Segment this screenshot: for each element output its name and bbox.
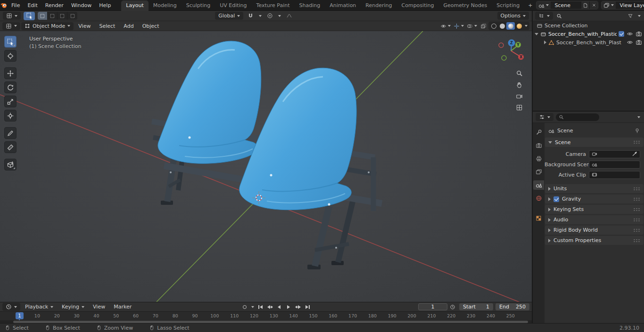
workspace-tab-sculpting[interactable]: Sculpting	[182, 0, 215, 11]
add-workspace-button[interactable]: +	[524, 0, 536, 11]
timeline-editor-type-button[interactable]	[2, 303, 20, 311]
play-reverse-button[interactable]	[275, 303, 283, 310]
panel-rigid-body-world[interactable]: Rigid Body World	[545, 226, 644, 235]
scene-new-button[interactable]	[581, 1, 589, 9]
workspace-tab-rendering[interactable]: Rendering	[361, 0, 396, 11]
scene-browse-button[interactable]	[537, 1, 551, 9]
tab-tool[interactable]	[533, 128, 544, 137]
outliner-filter-caret[interactable]	[636, 12, 642, 20]
disable-in-render-toggle[interactable]	[636, 39, 642, 46]
axis-neg-x-ball[interactable]	[499, 43, 504, 48]
eyedropper-icon[interactable]	[632, 151, 637, 157]
panel-gravity[interactable]: Gravity	[545, 194, 644, 203]
perspective-toggle-icon[interactable]	[514, 102, 524, 113]
workspace-tab-shading[interactable]: Shading	[295, 0, 325, 11]
menu-object-3d[interactable]: Object	[139, 21, 163, 31]
menu-window[interactable]: Window	[67, 0, 95, 10]
shading-options-button[interactable]	[523, 22, 528, 30]
timeline-ruler[interactable]: 10 20 30 40 50 60 70 80 90 100 110 120 1…	[0, 312, 532, 320]
view-layer-name[interactable]: View Layer	[616, 2, 644, 8]
menu-add-3d[interactable]: Add	[120, 21, 137, 31]
outliner-row-object[interactable]: Soccer_Bench_with_Plast	[533, 38, 644, 47]
shading-wireframe-button[interactable]	[489, 22, 498, 30]
pan-view-icon[interactable]	[514, 80, 524, 90]
workspace-tab-compositing[interactable]: Compositing	[397, 0, 439, 11]
current-frame-field[interactable]: 1	[418, 303, 447, 310]
end-frame-field[interactable]: End 250	[495, 303, 529, 310]
panel-grip[interactable]	[633, 140, 640, 144]
properties-editor-type-button[interactable]	[536, 113, 553, 121]
workspace-tab-layout[interactable]: Layout	[121, 0, 148, 11]
editor-type-button[interactable]	[3, 12, 21, 20]
transform-orientation-dropdown[interactable]: Global	[215, 12, 243, 20]
playhead[interactable]: 1	[16, 312, 24, 319]
disable-in-render-toggle[interactable]	[636, 31, 642, 37]
properties-options-caret[interactable]	[636, 113, 641, 121]
falloff-icon[interactable]	[285, 12, 293, 20]
expand-icon[interactable]	[535, 33, 538, 35]
select-mode-extend-button[interactable]	[48, 12, 58, 20]
shading-solid-button[interactable]	[498, 22, 506, 30]
tab-world[interactable]	[533, 194, 544, 203]
menu-keying[interactable]: Keying	[58, 304, 88, 310]
panel-grip[interactable]	[633, 197, 640, 201]
snap-options-button[interactable]	[257, 12, 263, 20]
next-keyframe-button[interactable]	[294, 303, 302, 310]
axis-neg-y-ball[interactable]	[502, 56, 506, 60]
tab-object[interactable]	[533, 213, 544, 223]
panel-custom-properties[interactable]: Custom Properties	[545, 236, 644, 245]
outliner-search-icon[interactable]	[555, 12, 563, 20]
panel-grip[interactable]	[633, 239, 640, 243]
keying-options-button[interactable]	[250, 303, 255, 311]
tab-render[interactable]	[533, 141, 544, 150]
panel-scene-header[interactable]: Scene	[545, 138, 644, 147]
menu-render[interactable]: Render	[41, 0, 67, 10]
play-button[interactable]	[284, 303, 293, 310]
active-tool-button[interactable]	[24, 12, 35, 20]
show-overlays-toggle[interactable]	[466, 22, 478, 30]
panel-grip[interactable]	[633, 228, 640, 232]
tab-view-layer[interactable]	[533, 167, 544, 177]
panel-grip[interactable]	[633, 187, 640, 191]
tool-cursor[interactable]	[4, 50, 17, 62]
chair-left[interactable]	[158, 41, 261, 163]
prev-keyframe-button[interactable]	[265, 303, 274, 310]
jump-to-start-button[interactable]	[256, 303, 264, 310]
collection-checkbox[interactable]	[619, 31, 624, 37]
snap-toggle[interactable]	[246, 12, 255, 20]
mode-dropdown[interactable]: Object Mode	[21, 22, 74, 30]
tool-select-box[interactable]	[4, 36, 17, 48]
background-scene-field[interactable]	[589, 161, 640, 169]
active-clip-field[interactable]	[589, 171, 640, 179]
properties-search-input[interactable]	[556, 113, 599, 121]
navigation-gizmo[interactable]: Z Y X	[497, 37, 525, 65]
menu-view-timeline[interactable]: View	[89, 302, 109, 312]
proportional-editing-toggle[interactable]	[265, 12, 274, 20]
preview-range-toggle[interactable]	[448, 303, 457, 311]
tool-transform[interactable]	[4, 110, 17, 121]
select-mode-new-button[interactable]	[38, 12, 48, 20]
start-frame-field[interactable]: Start 1	[459, 303, 493, 310]
panel-grip[interactable]	[633, 218, 640, 222]
collapse-icon[interactable]	[544, 40, 546, 44]
workspace-tab-scripting[interactable]: Scripting	[492, 0, 524, 11]
scene-unlink-button[interactable]	[589, 1, 598, 9]
outliner-row-scene-collection[interactable]: Scene Collection	[533, 21, 644, 30]
panel-units[interactable]: Units	[545, 184, 644, 193]
camera-field[interactable]	[589, 150, 640, 158]
panel-audio[interactable]: Audio	[545, 215, 644, 224]
menu-file[interactable]: File	[8, 0, 24, 10]
zoom-view-icon[interactable]	[514, 68, 524, 78]
viewport-3d[interactable]: User Perspective (1) Scene Collection Z …	[0, 31, 532, 302]
panel-keying-sets[interactable]: Keying Sets	[545, 205, 644, 214]
menu-edit[interactable]: Edit	[24, 0, 41, 10]
workspace-tab-geometry-nodes[interactable]: Geometry Nodes	[438, 0, 492, 11]
outliner-filter-button[interactable]	[626, 12, 635, 20]
select-mode-subtract-button[interactable]	[58, 12, 67, 20]
tab-output[interactable]	[533, 154, 544, 163]
hide-in-viewport-toggle[interactable]	[627, 39, 633, 46]
workspace-tab-texture-paint[interactable]: Texture Paint	[252, 0, 295, 11]
view-layer-browse-button[interactable]	[602, 1, 616, 9]
menu-help[interactable]: Help	[95, 0, 115, 10]
menu-select-3d[interactable]: Select	[95, 21, 119, 31]
